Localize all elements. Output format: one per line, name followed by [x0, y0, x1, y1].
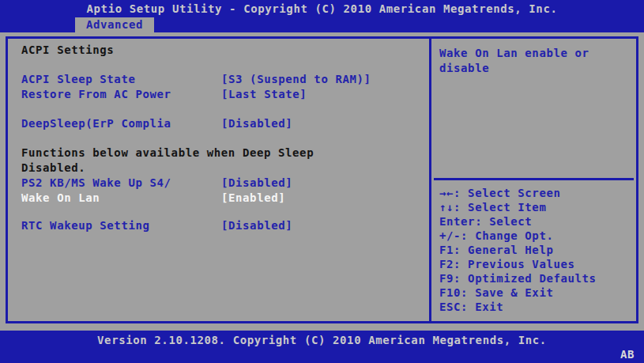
setting-restore-from-ac-power[interactable]: Restore From AC Power [Last State] — [21, 87, 424, 102]
hotkey-legend: →←: Select Screen ↑↓: Select Item Enter:… — [431, 180, 636, 314]
note-text-line2: Disabled. — [21, 161, 424, 176]
setting-value: [Last State] — [221, 87, 307, 102]
setting-value: [Disabled] — [221, 218, 292, 233]
setting-ps2-kbms-wake-up[interactable]: PS2 KB/MS Wake Up S4/ [Disabled] — [21, 176, 424, 191]
setting-value: [Disabled] — [221, 116, 292, 131]
spacer — [21, 102, 424, 116]
note-text-line1: Functions below available when Deep Slee… — [21, 146, 424, 161]
hotkey-change-opt: +/-: Change Opt. — [439, 229, 631, 243]
main-area: ACPI Settings ACPI Sleep State [S3 (Susp… — [6, 36, 638, 323]
hotkey-f10-save-exit: F10: Save & Exit — [439, 285, 631, 300]
hotkey-f1-help: F1: General Help — [439, 243, 631, 257]
spacer — [21, 58, 424, 72]
hotkey-select-screen: →←: Select Screen — [439, 186, 631, 200]
setting-label: Wake On Lan — [21, 191, 100, 204]
setting-label: Restore From AC Power — [21, 88, 171, 100]
setting-rtc-wakeup[interactable]: RTC Wakeup Setting [Disabled] — [21, 218, 424, 233]
settings-panel: ACPI Settings ACPI Sleep State [S3 (Susp… — [8, 39, 429, 321]
hotkey-enter-select: Enter: Select — [439, 214, 631, 229]
menu-bar: Advanced — [0, 17, 644, 32]
setting-value: [S3 (Suspend to RAM)] — [221, 72, 371, 87]
version-text: Version 2.10.1208. Copyright (C) 2010 Am… — [0, 334, 644, 346]
build-id: AB — [620, 348, 635, 361]
hotkey-f2-previous: F2: Previous Values — [439, 257, 631, 271]
item-help-text: Wake On Lan enable or disable — [431, 39, 636, 178]
hotkey-esc-exit: ESC: Exit — [439, 300, 631, 314]
setting-label: PS2 KB/MS Wake Up S4/ — [21, 176, 171, 189]
spacer — [21, 131, 424, 146]
help-panel: Wake On Lan enable or disable →←: Select… — [431, 39, 636, 321]
setting-value: [Disabled] — [221, 176, 292, 191]
hotkey-f9-defaults: F9: Optimized Defaults — [439, 271, 631, 285]
setting-wake-on-lan[interactable]: Wake On Lan [Enabled] — [21, 191, 424, 206]
app-title: Aptio Setup Utility - Copyright (C) 2010… — [87, 2, 558, 15]
setting-value: [Enabled] — [221, 191, 285, 206]
setting-label: RTC Wakeup Setting — [21, 219, 150, 232]
tab-advanced[interactable]: Advanced — [75, 17, 154, 32]
section-title: ACPI Settings — [21, 43, 424, 58]
title-bar: Aptio Setup Utility - Copyright (C) 2010… — [0, 0, 644, 17]
setting-label: ACPI Sleep State — [21, 73, 135, 85]
hotkey-select-item: ↑↓: Select Item — [439, 200, 631, 214]
status-bar: Version 2.10.1208. Copyright (C) 2010 Am… — [0, 331, 644, 363]
bios-setup-screen: Aptio Setup Utility - Copyright (C) 2010… — [0, 0, 644, 363]
setting-acpi-sleep-state[interactable]: ACPI Sleep State [S3 (Suspend to RAM)] — [21, 72, 424, 87]
spacer — [21, 206, 424, 218]
setting-deepsleep-erp[interactable]: DeepSleep(ErP Complia [Disabled] — [21, 116, 424, 131]
setting-label: DeepSleep(ErP Complia — [21, 117, 171, 130]
